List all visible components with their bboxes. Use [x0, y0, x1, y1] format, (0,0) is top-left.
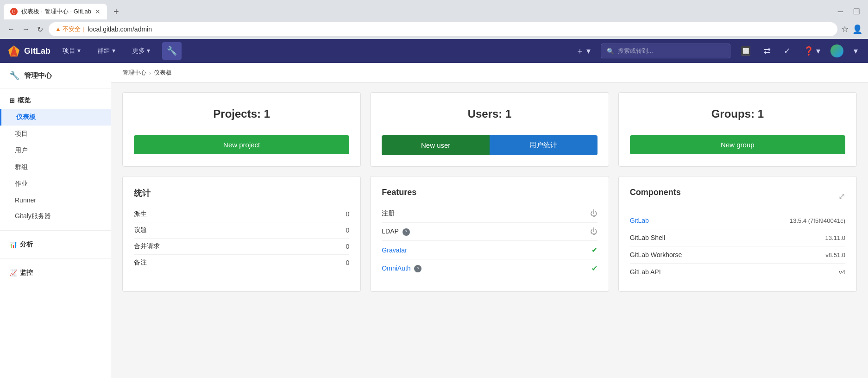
- gitlab-logo-icon: [7, 44, 20, 57]
- new-group-button[interactable]: New group: [630, 135, 845, 154]
- maximize-button[interactable]: ❒: [849, 6, 864, 17]
- projects-card: Projects: 1 New project: [122, 92, 361, 167]
- stat-value-notes: 0: [346, 259, 350, 266]
- stat-value-forks: 0: [346, 210, 350, 218]
- minimize-button[interactable]: ─: [833, 6, 848, 17]
- stat-label-issues: 议题: [134, 226, 147, 234]
- refresh-button[interactable]: ↻: [35, 23, 45, 36]
- nav-projects[interactable]: 项目 ▾: [58, 44, 85, 58]
- sidebar-section-analytics-header[interactable]: 📊 分析: [0, 236, 111, 253]
- user-profile-button[interactable]: 👤: [852, 24, 862, 34]
- groups-card-actions: New group: [630, 135, 845, 154]
- component-workhorse-version: v8.51.0: [825, 252, 845, 258]
- admin-area-button[interactable]: 🔧: [162, 42, 182, 60]
- feature-gravatar-link[interactable]: Gravatar: [382, 246, 407, 254]
- user-menu-chevron[interactable]: ▾: [851, 43, 861, 59]
- search-box[interactable]: 🔍 搜索或转到...: [601, 44, 730, 58]
- features-card-title: Features: [382, 188, 597, 197]
- security-warning: ▲ 不安全 |: [55, 25, 84, 33]
- user-avatar[interactable]: [830, 44, 843, 57]
- component-api-label: GitLab API: [630, 268, 661, 276]
- components-card-title: Components: [630, 188, 681, 197]
- breadcrumb: 管理中心 › 仪表板: [111, 63, 868, 83]
- stat-row-notes: 备注 0: [134, 255, 349, 271]
- component-shell-version: 13.11.0: [825, 234, 845, 241]
- component-row-api: GitLab API v4: [630, 264, 845, 280]
- help-button[interactable]: ❓ ▾: [801, 43, 823, 59]
- todos-button[interactable]: ✓: [781, 43, 793, 59]
- address-bar: ← → ↻ ▲ 不安全 | local.gitlab.com/admin ☆ 👤: [0, 19, 868, 39]
- component-gitlab-version: 13.5.4 (7f5f940041c): [790, 217, 845, 224]
- sidebar-divider-2: [0, 258, 111, 259]
- sidebar-item-users[interactable]: 用户: [0, 142, 111, 159]
- new-project-button[interactable]: New project: [134, 135, 349, 154]
- groups-card-title: Groups: 1: [630, 107, 845, 120]
- sidebar-section-analytics: 📊 分析: [0, 233, 111, 257]
- component-gitlab-link[interactable]: GitLab: [630, 217, 649, 224]
- user-stats-button[interactable]: 用户统计: [490, 135, 598, 155]
- sidebar-divider-1: [0, 230, 111, 231]
- groups-card: Groups: 1 New group: [618, 92, 857, 167]
- breadcrumb-parent[interactable]: 管理中心: [122, 69, 146, 77]
- sidebar-item-projects[interactable]: 项目: [0, 126, 111, 142]
- sidebar-section-overview-header[interactable]: ⊞ 概览: [0, 92, 111, 109]
- gitlab-navbar: GitLab 项目 ▾ 群组 ▾ 更多 ▾ 🔧 ＋ ▾ 🔍 搜索或转到... 🔲…: [0, 39, 868, 63]
- sidebar-title: 管理中心: [24, 71, 52, 80]
- feature-row-omniauth: OmniAuth ? ✔: [382, 259, 597, 277]
- stat-value-mrs: 0: [346, 243, 350, 250]
- gitlab-logo[interactable]: GitLab: [7, 44, 50, 57]
- sidebar-item-groups[interactable]: 群组: [0, 159, 111, 176]
- sidebar-item-runner[interactable]: Runner: [0, 192, 111, 208]
- feature-omniauth-link[interactable]: OmniAuth: [382, 265, 410, 272]
- feature-row-ldap: LDAP ? ⏻: [382, 223, 597, 241]
- sidebar-section-overview: ⊞ 概览 仪表板 项目 用户 群组 作业 Runner Gitaly服务器: [0, 88, 111, 228]
- close-tab-button[interactable]: ✕: [95, 8, 101, 15]
- sidebar-item-jobs[interactable]: 作业: [0, 176, 111, 192]
- tab-bar: G 仪表板 · 管理中心 · GitLab ✕ + ─ ❒: [0, 0, 868, 19]
- users-card: Users: 1 New user 用户统计: [370, 92, 609, 167]
- sidebar-item-dashboard[interactable]: 仪表板: [0, 109, 111, 126]
- analytics-icon: 📊: [9, 241, 17, 248]
- overview-icon: ⊞: [9, 97, 15, 104]
- users-card-actions: New user 用户统计: [382, 135, 597, 155]
- ldap-help-icon[interactable]: ?: [403, 228, 410, 236]
- stat-row-issues: 议题 0: [134, 222, 349, 239]
- merge-requests-button[interactable]: ⇄: [761, 43, 774, 59]
- bookmark-button[interactable]: ☆: [841, 24, 849, 34]
- nav-groups[interactable]: 群组 ▾: [93, 44, 120, 58]
- main-content: 管理中心 › 仪表板 Projects: 1 New project Users…: [111, 63, 868, 378]
- feature-signup-icon: ⏻: [590, 209, 598, 218]
- settings-icon: 🔧: [9, 70, 19, 81]
- component-api-version: v4: [839, 269, 845, 276]
- browser-chrome: G 仪表板 · 管理中心 · GitLab ✕ + ─ ❒ ← → ↻ ▲ 不安…: [0, 0, 868, 39]
- feature-ldap-label: LDAP: [382, 227, 398, 235]
- issues-button[interactable]: 🔲: [738, 43, 754, 59]
- plus-dropdown-button[interactable]: ＋ ▾: [573, 43, 593, 59]
- omniauth-help-icon[interactable]: ?: [414, 265, 421, 272]
- new-user-button[interactable]: New user: [382, 135, 490, 155]
- back-button[interactable]: ←: [6, 23, 17, 35]
- active-tab: G 仪表板 · 管理中心 · GitLab ✕: [4, 4, 107, 19]
- url-box[interactable]: ▲ 不安全 | local.gitlab.com/admin: [49, 22, 837, 36]
- dashboard-content: Projects: 1 New project Users: 1 New use…: [111, 83, 868, 301]
- sidebar-item-gitaly[interactable]: Gitaly服务器: [0, 208, 111, 225]
- nav-more[interactable]: 更多 ▾: [127, 44, 155, 58]
- sidebar-section-monitoring-header[interactable]: 📈 监控: [0, 265, 111, 281]
- breadcrumb-separator: ›: [149, 69, 151, 76]
- component-row-workhorse: GitLab Workhorse v8.51.0: [630, 246, 845, 264]
- stats-card-title: 统计: [134, 188, 349, 199]
- sidebar-header: 🔧 管理中心: [0, 63, 111, 88]
- feature-ldap-icon: ⏻: [590, 227, 598, 236]
- feature-signup-label: 注册: [382, 209, 395, 218]
- components-header: Components ⤢: [630, 188, 845, 205]
- feature-omniauth-wrapper: OmniAuth ?: [382, 265, 421, 273]
- new-tab-button[interactable]: +: [109, 5, 124, 19]
- feature-ldap-wrapper: LDAP ?: [382, 227, 409, 236]
- tab-title: 仪表板 · 管理中心 · GitLab: [21, 7, 91, 16]
- projects-card-actions: New project: [134, 135, 349, 154]
- forward-button[interactable]: →: [20, 23, 31, 35]
- page-layout: 🔧 管理中心 ⊞ 概览 仪表板 项目 用户 群组 作业 Runner Gital…: [0, 63, 868, 378]
- components-expand-icon[interactable]: ⤢: [838, 191, 845, 202]
- sidebar-section-monitoring: 📈 监控: [0, 261, 111, 285]
- stat-row-mrs: 合并请求 0: [134, 239, 349, 255]
